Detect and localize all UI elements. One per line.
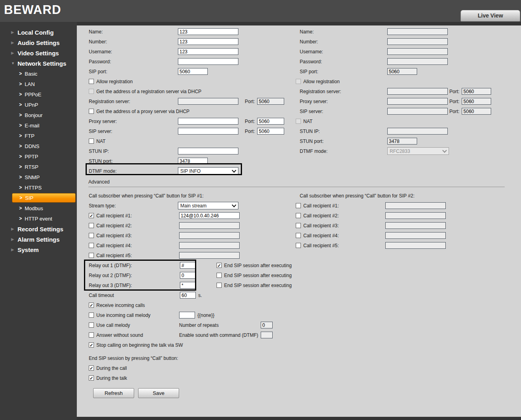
port-label: Port: xyxy=(449,109,459,114)
sidebar-item-network-settings[interactable]: ▼Network Settings xyxy=(0,58,77,68)
sidebar-item-rtsp[interactable]: >RTSP xyxy=(0,162,77,172)
sip1-recipient4-input xyxy=(179,242,240,249)
sip1-recipient1-checkbox[interactable]: ✓ xyxy=(89,213,94,218)
refresh-button[interactable]: Refresh xyxy=(93,388,134,398)
answer-without-sound-checkbox[interactable] xyxy=(89,332,94,338)
sip1-column: Name: Number: Username: Password: SIP po… xyxy=(89,27,290,176)
sip1-stun-ip-input[interactable] xyxy=(178,148,238,154)
sidebar-item-label: Network Settings xyxy=(18,60,66,67)
sip1-recipient2-checkbox[interactable] xyxy=(89,223,94,228)
sidebar-item-label: Local Config xyxy=(18,29,54,36)
sip2-recipient4-checkbox[interactable] xyxy=(296,233,301,238)
sip1-name-input[interactable] xyxy=(178,28,238,35)
sip1-proxy-port-input[interactable] xyxy=(257,118,284,125)
sidebar-item-audio-settings[interactable]: ▶Audio Settings xyxy=(0,37,77,48)
sidebar-item-bonjour[interactable]: >Bonjour xyxy=(0,110,77,120)
end-sip-session-3-checkbox[interactable] xyxy=(217,283,222,288)
sidebar-item-ddns[interactable]: >DDNS xyxy=(0,141,77,151)
sip1-number-input[interactable] xyxy=(178,38,238,45)
recipient5-label: Call recipient #5: xyxy=(303,243,339,248)
sidebar-item-local-config[interactable]: ▶Local Config xyxy=(0,27,77,37)
sidebar-item-http-event[interactable]: >HTTP event xyxy=(0,213,77,224)
sip2-recipient2-checkbox[interactable] xyxy=(296,213,301,218)
stream-type-select[interactable]: Main stream xyxy=(178,202,238,209)
receive-incoming-calls-checkbox[interactable]: ✓ xyxy=(89,303,94,308)
sip1-proxy-dhcp-checkbox[interactable] xyxy=(89,109,94,114)
relay-out-1-input[interactable] xyxy=(180,262,196,269)
sidebar-item-alarm-settings[interactable]: ▶Alarm Settings xyxy=(0,234,77,244)
sidebar-item-label: Modbus xyxy=(25,205,43,211)
sidebar-item-label: Audio Settings xyxy=(18,39,60,46)
sidebar-item-basic[interactable]: >Basic xyxy=(0,68,77,79)
sidebar-item-system[interactable]: ▶System xyxy=(0,244,77,255)
sip2-registration-port-input xyxy=(462,88,491,95)
triangle-right-icon: ▶ xyxy=(11,30,18,34)
sip1-username-input[interactable] xyxy=(178,48,238,55)
sip1-password-input[interactable] xyxy=(178,58,238,65)
end-sip-session-2-checkbox[interactable] xyxy=(217,273,222,278)
sidebar-item-pptp[interactable]: >PPTP xyxy=(0,151,77,162)
sip1-recipient3-checkbox[interactable] xyxy=(89,233,94,238)
sip1-sip-server-input[interactable] xyxy=(178,128,238,135)
port-label: Port: xyxy=(449,89,459,94)
relay-out-2-input[interactable] xyxy=(180,272,196,279)
use-call-melody-checkbox[interactable] xyxy=(89,322,94,328)
sip1-sip-server-port-input[interactable] xyxy=(257,128,284,135)
sip1-sip-port-input[interactable] xyxy=(178,68,208,75)
sidebar-item-modbus[interactable]: >Modbus xyxy=(0,203,77,213)
sidebar-item-https[interactable]: >HTTPS xyxy=(0,182,77,193)
relay-out-3-input[interactable] xyxy=(180,282,196,289)
save-button[interactable]: Save xyxy=(138,388,179,398)
registration-server-label: Registration server: xyxy=(300,89,387,94)
nat-label: NAT xyxy=(96,139,105,144)
number-of-repeats-input xyxy=(261,322,273,328)
sip1-nat-checkbox[interactable] xyxy=(89,139,94,144)
incoming-melody-input[interactable] xyxy=(179,312,195,318)
sidebar-item-lan[interactable]: >LAN xyxy=(0,79,77,89)
advanced-sip1-column: Call subscriber when pressing “Call” but… xyxy=(89,191,296,398)
live-view-button[interactable]: Live View xyxy=(461,10,520,21)
stream-type-value: Main stream xyxy=(180,203,207,209)
during-the-talk-checkbox[interactable]: ✓ xyxy=(89,375,94,381)
sidebar-item-upnp[interactable]: >UPnP xyxy=(0,100,77,110)
sidebar-item-video-settings[interactable]: ▶Video Settings xyxy=(0,48,77,58)
sidebar-item-pppoe[interactable]: >PPPoE xyxy=(0,89,77,100)
sidebar-item-label: HTTPS xyxy=(25,185,42,191)
use-incoming-call-melody-checkbox[interactable] xyxy=(89,313,94,318)
sip1-stun-port-input[interactable] xyxy=(178,158,208,164)
sip2-recipient3-checkbox[interactable] xyxy=(296,223,301,228)
sip-server-label: SIP server: xyxy=(300,109,387,114)
sidebar-item-snmp[interactable]: >SNMP xyxy=(0,172,77,182)
sip2-recipient1-input xyxy=(385,202,446,209)
dtmf-mode-label: DTMF mode: xyxy=(89,168,178,174)
stream-type-label: Stream type: xyxy=(89,203,178,209)
username-label: Username: xyxy=(300,49,387,55)
stop-calling-checkbox[interactable]: ✓ xyxy=(89,342,94,348)
sidebar-item-ftp[interactable]: >FTP xyxy=(0,131,77,141)
call-timeout-input[interactable] xyxy=(180,292,196,299)
username-label: Username: xyxy=(89,49,178,55)
sip1-allow-registration-checkbox[interactable] xyxy=(89,79,94,84)
sip1-recipient5-checkbox[interactable] xyxy=(89,253,94,258)
sip1-dtmf-mode-select[interactable]: SIP INFO xyxy=(178,167,238,175)
sidebar-item-label: Bonjour xyxy=(25,112,43,118)
during-the-call-checkbox[interactable]: ✓ xyxy=(89,365,94,371)
sip1-proxy-server-input[interactable] xyxy=(178,118,238,125)
sip1-recipient1-input[interactable] xyxy=(179,212,240,219)
sip2-recipient5-input xyxy=(385,242,446,249)
sidebar-item-sip-active[interactable]: >SIP xyxy=(12,193,76,203)
dtmf-mode-label: DTMF mode: xyxy=(300,148,387,154)
sidebar-item-record-settings[interactable]: ▶Record Settings xyxy=(0,224,77,234)
sip2-recipient5-checkbox[interactable] xyxy=(296,243,301,248)
sip2-recipient1-checkbox[interactable] xyxy=(296,203,301,208)
sip2-registration-server-input xyxy=(387,88,448,95)
number-label: Number: xyxy=(89,39,178,45)
triangle-down-icon: ▼ xyxy=(11,61,18,65)
sip2-stun-port-input xyxy=(387,138,417,145)
use-incoming-call-melody-label: Use incoming call melody xyxy=(96,313,150,318)
sidebar-item-label: RTSP xyxy=(25,164,38,170)
sip1-recipient4-checkbox[interactable] xyxy=(89,243,94,248)
sidebar-item-email[interactable]: >E-mail xyxy=(0,120,77,131)
chevron-right-icon: > xyxy=(19,154,25,159)
end-sip-session-1-checkbox[interactable]: ✓ xyxy=(217,263,222,268)
